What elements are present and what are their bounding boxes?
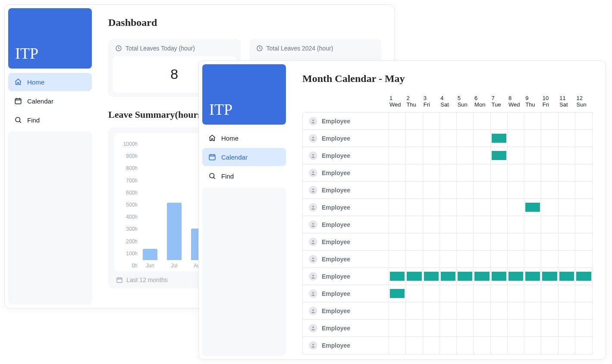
calendar-cell[interactable]: [406, 233, 423, 250]
calendar-cell[interactable]: [474, 285, 490, 302]
calendar-cell[interactable]: [541, 233, 558, 250]
leave-block[interactable]: [559, 272, 574, 281]
calendar-cell[interactable]: [440, 320, 457, 336]
calendar-cell[interactable]: [575, 216, 592, 233]
calendar-cell[interactable]: [440, 199, 457, 216]
leave-block[interactable]: [474, 272, 489, 281]
calendar-cell[interactable]: [559, 285, 575, 302]
calendar-cell[interactable]: [406, 302, 423, 319]
calendar-cell[interactable]: [440, 130, 457, 147]
calendar-cell[interactable]: [491, 199, 508, 216]
calendar-cell[interactable]: [491, 147, 508, 164]
calendar-cell[interactable]: [508, 251, 524, 267]
calendar-cell[interactable]: [423, 130, 440, 147]
calendar-cell[interactable]: [575, 182, 592, 198]
nav-find[interactable]: Find: [202, 167, 286, 185]
calendar-cell[interactable]: [474, 147, 490, 164]
calendar-cell[interactable]: [575, 320, 592, 336]
calendar-cell[interactable]: [457, 199, 474, 216]
calendar-cell[interactable]: [423, 233, 440, 250]
leave-block[interactable]: [492, 134, 506, 143]
calendar-cell[interactable]: [423, 164, 440, 181]
calendar-cell[interactable]: [575, 164, 592, 181]
calendar-cell[interactable]: [541, 164, 558, 181]
calendar-cell[interactable]: [423, 302, 440, 319]
employee-cell[interactable]: Employee: [303, 233, 389, 250]
calendar-cell[interactable]: [508, 337, 524, 354]
calendar-cell[interactable]: [524, 164, 541, 181]
calendar-cell[interactable]: [508, 147, 524, 164]
calendar-cell[interactable]: [389, 147, 406, 164]
calendar-cell[interactable]: [474, 251, 490, 267]
calendar-cell[interactable]: [559, 216, 575, 233]
calendar-cell[interactable]: [575, 268, 592, 285]
employee-cell[interactable]: Employee: [303, 251, 389, 267]
calendar-cell[interactable]: [491, 302, 508, 319]
employee-cell[interactable]: Employee: [303, 320, 389, 336]
calendar-cell[interactable]: [559, 302, 575, 319]
leave-block[interactable]: [508, 272, 523, 281]
calendar-cell[interactable]: [474, 337, 490, 354]
leave-block[interactable]: [525, 203, 540, 212]
calendar-cell[interactable]: [389, 113, 406, 129]
calendar-cell[interactable]: [406, 130, 423, 147]
calendar-cell[interactable]: [559, 147, 575, 164]
calendar-cell[interactable]: [440, 182, 457, 198]
nav-calendar[interactable]: Calendar: [8, 92, 92, 110]
calendar-cell[interactable]: [440, 233, 457, 250]
nav-home[interactable]: Home: [8, 73, 92, 91]
calendar-cell[interactable]: [541, 147, 558, 164]
employee-cell[interactable]: Employee: [303, 285, 389, 302]
calendar-cell[interactable]: [541, 130, 558, 147]
calendar-cell[interactable]: [508, 182, 524, 198]
calendar-cell[interactable]: [457, 285, 474, 302]
calendar-cell[interactable]: [406, 251, 423, 267]
calendar-cell[interactable]: [423, 268, 440, 285]
calendar-cell[interactable]: [457, 147, 474, 164]
employee-cell[interactable]: Employee: [303, 182, 389, 198]
employee-cell[interactable]: Employee: [303, 268, 389, 285]
calendar-cell[interactable]: [524, 182, 541, 198]
nav-find[interactable]: Find: [8, 111, 92, 129]
calendar-cell[interactable]: [406, 199, 423, 216]
calendar-cell[interactable]: [575, 130, 592, 147]
calendar-cell[interactable]: [406, 113, 423, 129]
calendar-cell[interactable]: [457, 182, 474, 198]
calendar-cell[interactable]: [575, 199, 592, 216]
calendar-cell[interactable]: [508, 130, 524, 147]
calendar-cell[interactable]: [508, 302, 524, 319]
calendar-cell[interactable]: [559, 268, 575, 285]
calendar-cell[interactable]: [423, 182, 440, 198]
leave-block[interactable]: [390, 272, 405, 281]
calendar-cell[interactable]: [559, 130, 575, 147]
calendar-cell[interactable]: [423, 251, 440, 267]
calendar-cell[interactable]: [389, 233, 406, 250]
calendar-cell[interactable]: [457, 113, 474, 129]
calendar-cell[interactable]: [491, 216, 508, 233]
calendar-cell[interactable]: [406, 216, 423, 233]
leave-block[interactable]: [492, 272, 506, 281]
calendar-cell[interactable]: [474, 199, 490, 216]
calendar-cell[interactable]: [474, 268, 490, 285]
calendar-cell[interactable]: [541, 302, 558, 319]
calendar-cell[interactable]: [524, 320, 541, 336]
calendar-cell[interactable]: [524, 251, 541, 267]
calendar-cell[interactable]: [423, 216, 440, 233]
calendar-cell[interactable]: [389, 337, 406, 354]
calendar-cell[interactable]: [491, 285, 508, 302]
calendar-cell[interactable]: [575, 251, 592, 267]
calendar-cell[interactable]: [508, 164, 524, 181]
calendar-cell[interactable]: [575, 233, 592, 250]
leave-block[interactable]: [525, 272, 540, 281]
calendar-cell[interactable]: [491, 251, 508, 267]
calendar-cell[interactable]: [457, 268, 474, 285]
calendar-cell[interactable]: [389, 268, 406, 285]
calendar-cell[interactable]: [491, 130, 508, 147]
calendar-cell[interactable]: [457, 337, 474, 354]
calendar-cell[interactable]: [508, 233, 524, 250]
nav-calendar[interactable]: Calendar: [202, 148, 286, 166]
calendar-cell[interactable]: [575, 337, 592, 354]
calendar-cell[interactable]: [474, 113, 490, 129]
employee-cell[interactable]: Employee: [303, 337, 389, 354]
employee-cell[interactable]: Employee: [303, 113, 389, 129]
